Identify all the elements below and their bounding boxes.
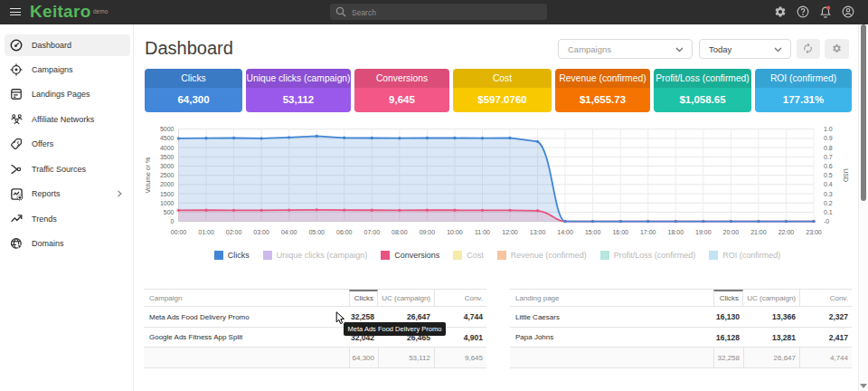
svg-text:09:00: 09:00 [420, 229, 436, 235]
svg-text:0.1: 0.1 [824, 209, 833, 215]
svg-text:1.0: 1.0 [824, 126, 833, 132]
svg-text:0.8: 0.8 [824, 145, 833, 151]
svg-text:13:00: 13:00 [530, 229, 546, 235]
svg-text:16:00: 16:00 [612, 229, 628, 235]
svg-text:3000: 3000 [160, 163, 175, 169]
svg-text:12:00: 12:00 [502, 229, 518, 235]
svg-text:06:00: 06:00 [336, 229, 353, 235]
svg-text:18:00: 18:00 [668, 229, 684, 235]
svg-text:02:00: 02:00 [226, 229, 242, 235]
svg-text:4000: 4000 [160, 145, 175, 151]
svg-text:0: 0 [171, 218, 175, 224]
svg-text:1000: 1000 [160, 200, 175, 206]
svg-text:-0: -0 [824, 218, 829, 224]
svg-text:04:00: 04:00 [281, 229, 297, 235]
svg-text:14:00: 14:00 [557, 229, 573, 235]
svg-text:5000: 5000 [160, 126, 175, 132]
svg-text:3500: 3500 [160, 154, 175, 160]
svg-text:00:00: 00:00 [171, 229, 187, 235]
svg-text:500: 500 [164, 209, 175, 215]
svg-text:4500: 4500 [160, 135, 175, 141]
svg-text:0.6: 0.6 [824, 163, 833, 169]
svg-text:17:00: 17:00 [640, 229, 656, 235]
svg-text:08:00: 08:00 [392, 229, 408, 235]
svg-text:10:00: 10:00 [447, 229, 463, 235]
svg-text:20:00: 20:00 [723, 229, 740, 235]
svg-text:11:00: 11:00 [475, 229, 490, 235]
svg-text:0.9: 0.9 [824, 135, 833, 141]
svg-text:0.2: 0.2 [824, 200, 833, 206]
svg-text:USD: USD [843, 168, 849, 182]
svg-text:0.7: 0.7 [824, 154, 833, 160]
svg-text:2000: 2000 [160, 181, 175, 187]
svg-text:0.4: 0.4 [824, 181, 833, 187]
svg-text:21:00: 21:00 [750, 229, 767, 235]
svg-text:22:00: 22:00 [778, 229, 795, 235]
svg-text:05:00: 05:00 [308, 229, 325, 235]
svg-text:19:00: 19:00 [695, 229, 712, 235]
svg-text:03:00: 03:00 [253, 229, 269, 235]
svg-text:23:00: 23:00 [806, 229, 822, 235]
svg-text:Volume or %: Volume or % [145, 157, 151, 194]
svg-text:07:00: 07:00 [364, 229, 381, 235]
svg-text:15:00: 15:00 [585, 229, 601, 235]
svg-text:2500: 2500 [160, 172, 175, 178]
svg-text:01:00: 01:00 [198, 229, 214, 235]
svg-text:0.5: 0.5 [824, 172, 833, 178]
svg-text:1500: 1500 [160, 191, 175, 197]
svg-text:0.3: 0.3 [824, 191, 833, 197]
